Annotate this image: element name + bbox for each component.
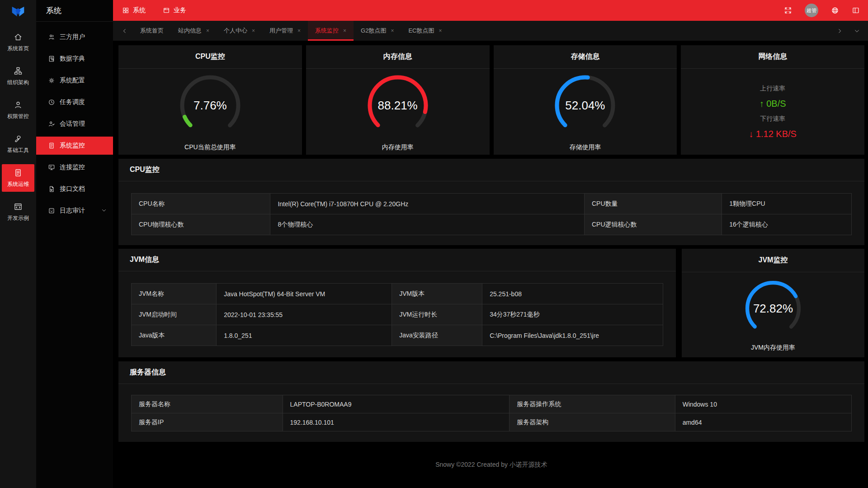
- sidebar-item-demo[interactable]: 开发示例: [2, 198, 34, 226]
- layout-settings-icon[interactable]: [852, 6, 860, 14]
- tab-messages[interactable]: 站内信息×: [171, 21, 217, 41]
- menu-item-label: 会话管理: [60, 120, 85, 128]
- snowy-logo-icon: [9, 4, 27, 22]
- clock-icon: [48, 99, 55, 106]
- app-root: 系统首页 组织架构 权限管控 基础工具 系统运维 开发示例 系统 三方用户: [0, 0, 868, 488]
- menu-item-monitor[interactable]: 系统监控: [36, 137, 113, 155]
- sidebar-item-label: 系统首页: [7, 45, 29, 52]
- cell-label: CPU名称: [132, 194, 270, 214]
- server-info-table: 服务器名称 LAPTOP-B0ROMAA9 服务器操作系统 Windows 10…: [131, 395, 852, 431]
- menu-item-session[interactable]: 会话管理: [36, 115, 113, 133]
- jvm-gauge-card: JVM监控 72.82% JVM内存使用率: [682, 249, 864, 357]
- app-logo[interactable]: [0, 0, 36, 25]
- tab-ec-scatter[interactable]: EC散点图×: [401, 21, 449, 41]
- card-title: 内存信息: [306, 45, 490, 69]
- tab-user-mgmt[interactable]: 用户管理×: [262, 21, 308, 41]
- log-icon: [48, 207, 55, 214]
- sidebar-item-org[interactable]: 组织架构: [2, 62, 34, 90]
- close-icon[interactable]: ×: [343, 28, 346, 34]
- sidebar-item-permission[interactable]: 权限管控: [2, 96, 34, 124]
- tab-label: 系统首页: [140, 27, 164, 35]
- network-card: 网络信息 上行速率 ↑ 0B/S 下行速率 ↓ 1.12 KB/S: [681, 45, 864, 155]
- close-icon[interactable]: ×: [252, 28, 255, 34]
- close-icon[interactable]: ×: [206, 28, 209, 34]
- menu-item-label: 连接监控: [60, 163, 85, 171]
- jvm-info-panel: JVM信息 JVM名称 Java HotSpot(TM) 64-Bit Serv…: [118, 249, 676, 357]
- icon-rail: 系统首页 组织架构 权限管控 基础工具 系统运维 开发示例: [0, 0, 36, 488]
- menu-item-label: 系统配置: [60, 76, 85, 85]
- gauge-caption: CPU当前总使用率: [184, 143, 236, 152]
- close-icon[interactable]: ×: [391, 28, 394, 34]
- sidebar-item-ops[interactable]: 系统运维: [2, 164, 34, 192]
- tab-g2-scatter[interactable]: G2散点图×: [354, 21, 401, 41]
- sidebar-item-tools[interactable]: 基础工具: [2, 130, 34, 158]
- tabs-menu-dropdown[interactable]: [848, 21, 865, 41]
- menu-item-scheduler[interactable]: 任务调度: [36, 93, 113, 111]
- tabs-scroll-left[interactable]: [116, 21, 133, 41]
- cell-label: 服务器操作系统: [509, 395, 675, 413]
- storage-gauge: 52.04%: [552, 72, 618, 139]
- card-title: JVM监控: [682, 249, 864, 272]
- close-icon[interactable]: ×: [297, 28, 301, 34]
- memory-gauge-card: 内存信息 88.21% 内存使用率: [306, 45, 490, 155]
- cell-value: 25.251-b08: [482, 284, 663, 304]
- cell-label: JVM启动时间: [132, 304, 217, 325]
- cell-label: Java安装路径: [392, 325, 482, 346]
- avatar[interactable]: 超管: [805, 4, 818, 17]
- menu-item-api-doc[interactable]: 接口文档: [36, 180, 113, 198]
- code-window-icon: [14, 202, 23, 211]
- topbar-tab-system[interactable]: 系统: [122, 6, 146, 14]
- menu-item-config[interactable]: 系统配置: [36, 71, 113, 90]
- uplink-label: 上行速率: [760, 85, 785, 93]
- server-info-panel: 服务器信息 服务器名称 LAPTOP-B0ROMAA9 服务器操作系统 Wind…: [118, 361, 864, 442]
- cell-value: LAPTOP-B0ROMAA9: [283, 395, 509, 413]
- tab-sys-monitor[interactable]: 系统监控×: [308, 21, 354, 41]
- chevron-right-icon: [837, 28, 843, 34]
- cell-label: JVM版本: [392, 284, 482, 304]
- page-content: CPU监控 7.76% CPU当前总使用率 内存信息 88: [113, 41, 868, 488]
- table-row: 服务器IP 192.168.10.101 服务器架构 amd64: [132, 413, 852, 431]
- tab-profile[interactable]: 个人中心×: [217, 21, 262, 41]
- panel-title: CPU监控: [118, 159, 864, 181]
- menu-item-connection[interactable]: 连接监控: [36, 158, 113, 176]
- chevron-left-icon: [122, 28, 127, 34]
- cpu-info-table: CPU名称 Intel(R) Core(TM) i7-10870H CPU @ …: [131, 193, 852, 235]
- table-row: 服务器名称 LAPTOP-B0ROMAA9 服务器操作系统 Windows 10: [132, 395, 852, 413]
- sidebar-item-label: 基础工具: [7, 147, 29, 154]
- cell-value: 2022-10-01 23:35:55: [217, 304, 392, 325]
- table-row: JVM名称 Java HotSpot(TM) 64-Bit Server VM …: [132, 284, 663, 304]
- downlink-value: ↓ 1.12 KB/S: [749, 129, 797, 139]
- topbar-tab-business[interactable]: 业务: [163, 6, 186, 14]
- window-icon: [163, 7, 170, 14]
- tabs-scroll-right[interactable]: [831, 21, 848, 41]
- panel-title: JVM信息: [118, 249, 676, 271]
- panel-title: 服务器信息: [118, 361, 864, 384]
- table-row: Java版本 1.8.0_251 Java安装路径 C:\Program Fil…: [132, 325, 663, 346]
- menu-item-label: 三方用户: [60, 33, 85, 41]
- sidebar-item-label: 系统运维: [7, 180, 29, 188]
- table-row: CPU物理核心数 8个物理核心 CPU逻辑核心数 16个逻辑核心: [132, 214, 852, 235]
- close-icon[interactable]: ×: [439, 28, 442, 34]
- menu-item-dictionary[interactable]: 数据字典: [36, 50, 113, 68]
- cell-value: amd64: [675, 413, 851, 431]
- gauge-value: 72.82%: [742, 278, 804, 339]
- doc-list-icon: [14, 168, 23, 177]
- language-globe-icon[interactable]: [831, 6, 839, 14]
- users-icon: [48, 33, 55, 41]
- fullscreen-icon[interactable]: [784, 6, 792, 14]
- tab-home[interactable]: 系统首页: [133, 21, 171, 41]
- cell-value: 8个物理核心: [270, 214, 585, 235]
- downlink-speed: 1.12 KB/S: [756, 129, 797, 139]
- menu-item-third-user[interactable]: 三方用户: [36, 28, 113, 46]
- user-icon: [14, 100, 23, 109]
- sidebar-item-home[interactable]: 系统首页: [2, 28, 34, 56]
- grid-icon: [122, 7, 129, 14]
- table-row: CPU名称 Intel(R) Core(TM) i7-10870H CPU @ …: [132, 194, 852, 214]
- session-user-icon: [48, 120, 55, 128]
- cell-label: CPU逻辑核心数: [584, 214, 722, 235]
- cell-label: 服务器IP: [132, 413, 283, 431]
- cpu-gauge-card: CPU监控 7.76% CPU当前总使用率: [118, 45, 302, 155]
- uplink-value: ↑ 0B/S: [760, 99, 786, 109]
- gauge-caption: 内存使用率: [382, 143, 414, 152]
- menu-item-audit-log[interactable]: 日志审计: [36, 202, 113, 220]
